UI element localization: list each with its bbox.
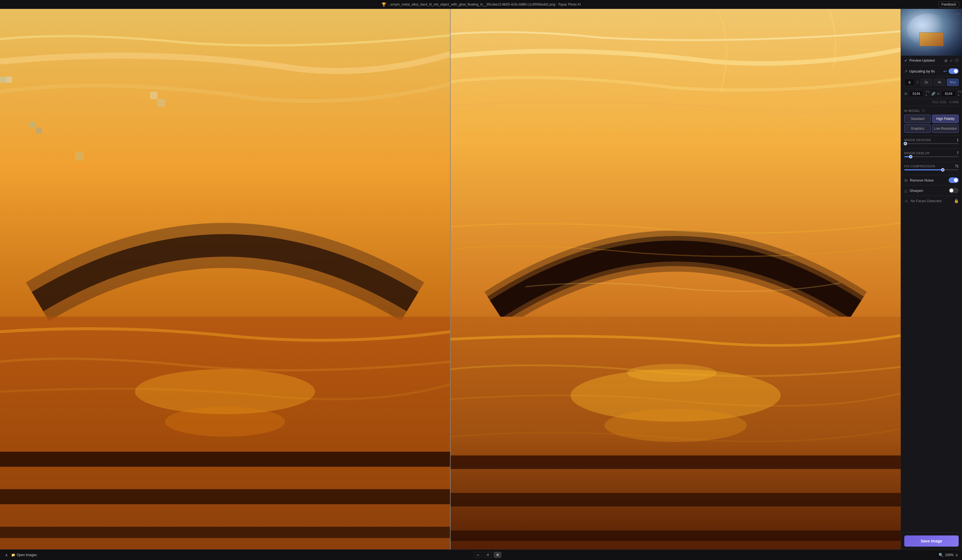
svg-rect-20 [450, 493, 901, 507]
svg-rect-4 [30, 122, 36, 128]
thumbnail-image [901, 9, 962, 55]
svg-rect-3 [6, 77, 12, 83]
svg-rect-21 [450, 531, 901, 541]
preview-action-icons: ⊞ ⤢ ⓘ [944, 58, 959, 63]
scale-value-input[interactable]: 6 [904, 79, 915, 86]
no-faces-label: No Faces Detected [910, 199, 952, 203]
remove-noise-label: Remove Noise [910, 178, 946, 182]
scale-max-button[interactable]: Max [947, 79, 959, 86]
window-title: ...emym_metal_alloy_back_lit_orb_object_… [388, 3, 581, 6]
thumbnail-area: ⋯ [901, 9, 962, 56]
image-area [0, 9, 901, 549]
remove-noise-toggle[interactable] [949, 178, 959, 183]
sharpen-toggle[interactable] [949, 188, 959, 193]
remove-noise-row: ◎ Remove Noise [904, 175, 959, 186]
height-label: H [937, 92, 939, 95]
width-input[interactable]: 6144 [909, 90, 924, 97]
single-view-button[interactable]: ▭ [474, 552, 482, 558]
link-dimensions-icon[interactable]: 🔗 [931, 92, 936, 96]
svg-rect-6 [150, 92, 158, 99]
fix-compression-track[interactable] [904, 169, 959, 170]
scale-row: 6 X 2x 4x Max [904, 76, 959, 89]
minor-denoise-track[interactable] [904, 143, 959, 144]
upscale-icon: ↗ [904, 69, 908, 73]
remove-noise-icon: ◎ [904, 178, 908, 182]
info-icon-btn[interactable]: ⓘ [955, 58, 959, 63]
before-image-panel [0, 9, 450, 549]
scale-2x-button[interactable]: 2x [920, 79, 932, 86]
upscale-reset-button[interactable]: ↩ [943, 69, 947, 74]
file-size-row: FILE SIZE: ~6.9MB [904, 99, 959, 106]
fix-compression-fill [904, 169, 943, 170]
minor-denoise-section: MINOR DENOISE 1 [904, 136, 959, 149]
minor-denoise-header: MINOR DENOISE 1 [904, 138, 959, 142]
bottom-bar-right: 🔍 100% ∧ [939, 553, 958, 557]
trophy-icon: 🏆 [381, 2, 386, 7]
main-layout: ⋯ ✔ Preview Updated ⊞ ⤢ ⓘ ↗ Upscaling by… [0, 9, 962, 549]
settings-section: ↗ Upscaling by 6x ↩ 6 X 2x 4x Max W 6144… [901, 66, 962, 533]
model-low-resolution-button[interactable]: Low Resolution [932, 124, 959, 133]
width-label: W [904, 92, 907, 95]
dimensions-row: W 6144 PX ▾ 🔗 H 6144 PX ▾ [904, 89, 959, 99]
save-image-button[interactable]: Save Image [904, 536, 959, 547]
save-button-container: Save Image [901, 533, 962, 549]
minor-denoise-thumb[interactable] [904, 142, 907, 145]
bottom-bar: ∧ 📁 Open Images ▭ ⊟ ⊞ 🔍 100% ∧ [0, 549, 962, 560]
open-images-button[interactable]: 📁 Open Images [11, 553, 37, 557]
svg-rect-19 [450, 455, 901, 469]
ai-model-label: AI MODEL [904, 109, 920, 112]
no-faces-row: ☺ No Faces Detected 🔒 [904, 196, 959, 206]
face-icon: ☺ [904, 199, 908, 203]
expand-icon-btn[interactable]: ⤢ [950, 58, 953, 63]
preview-check-icon: ✔ [904, 58, 908, 63]
svg-rect-12 [0, 489, 450, 504]
collapse-button[interactable]: ∧ [4, 552, 9, 558]
split-view-button[interactable]: ⊟ [484, 552, 492, 558]
upscaling-row: ↗ Upscaling by 6x ↩ [904, 66, 959, 76]
scale-x-label: X [917, 80, 919, 84]
upscale-toggle[interactable] [949, 68, 959, 74]
after-image-panel [450, 9, 901, 549]
crop-icon-btn[interactable]: ⊞ [944, 58, 947, 63]
titlebar: 🏆 ...emym_metal_alloy_back_lit_orb_objec… [0, 0, 962, 9]
fix-compression-thumb[interactable] [941, 168, 944, 171]
svg-rect-2 [0, 77, 6, 83]
minor-deblur-section: MINOR DEBLUR 7 [904, 149, 959, 162]
svg-point-17 [604, 409, 747, 442]
model-standard-button[interactable]: Standard [904, 115, 931, 123]
zoom-up-button[interactable]: ∧ [955, 553, 958, 557]
fix-compression-section: FIX COMPRESSION 71 [904, 162, 959, 175]
model-high-fidelity-button[interactable]: High Fidelity [932, 115, 959, 123]
titlebar-title: 🏆 ...emym_metal_alloy_back_lit_orb_objec… [381, 2, 581, 7]
model-grid: Standard High Fidelity Graphics Low Reso… [904, 115, 959, 136]
split-divider[interactable] [450, 9, 450, 549]
zoom-level: 100% [945, 553, 954, 557]
svg-rect-7 [158, 99, 165, 107]
minor-deblur-track[interactable] [904, 156, 959, 157]
sharpen-label: Sharpen [910, 189, 946, 193]
svg-rect-11 [0, 452, 450, 467]
minor-deblur-label: MINOR DEBLUR [904, 152, 930, 155]
height-input[interactable]: 6144 [941, 90, 956, 97]
scale-4x-button[interactable]: 4x [934, 79, 946, 86]
sharpen-icon: △ [904, 188, 907, 193]
fix-compression-label: FIX COMPRESSION [904, 165, 935, 168]
feedback-button[interactable]: Feedback [938, 2, 959, 8]
bottom-bar-left: ∧ 📁 Open Images [4, 552, 37, 558]
grid-view-button[interactable]: ⊞ [494, 552, 501, 558]
file-size-label: FILE SIZE: ~6.9MB [932, 100, 959, 104]
minor-denoise-label: MINOR DENOISE [904, 138, 931, 142]
svg-rect-13 [0, 527, 450, 538]
svg-rect-5 [36, 128, 42, 134]
model-graphics-button[interactable]: Graphics [904, 124, 931, 133]
minor-deblur-thumb[interactable] [909, 155, 912, 158]
ai-model-info-icon[interactable]: ⓘ [922, 108, 925, 113]
thumbnail-menu-button[interactable]: ⋯ [955, 11, 960, 16]
upscaling-label: Upscaling by 6x [909, 69, 942, 73]
fix-compression-header: FIX COMPRESSION 71 [904, 164, 959, 168]
right-panel: ⋯ ✔ Preview Updated ⊞ ⤢ ⓘ ↗ Upscaling by… [901, 9, 962, 549]
svg-point-10 [165, 407, 285, 437]
minor-deblur-value: 7 [957, 151, 959, 155]
open-images-label: Open Images [17, 553, 37, 557]
before-image [0, 9, 450, 549]
